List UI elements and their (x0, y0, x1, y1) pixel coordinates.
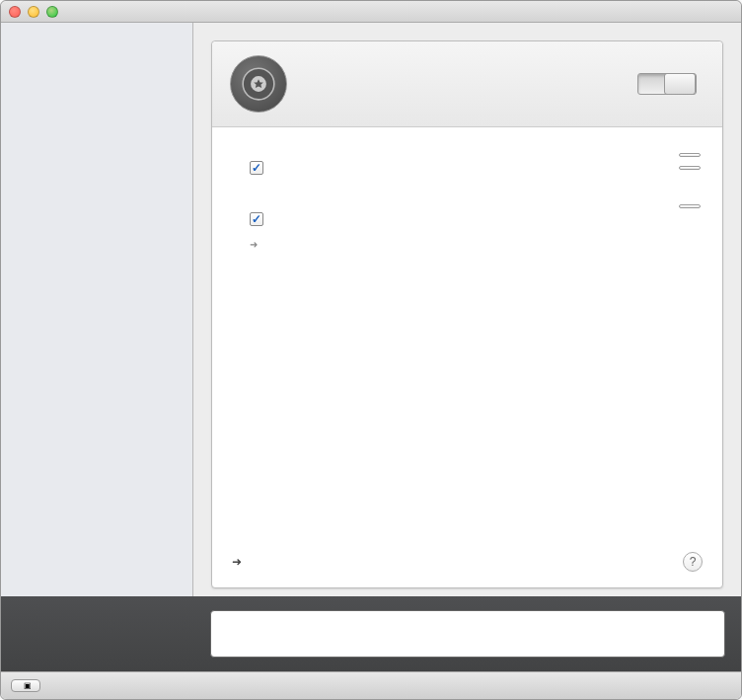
window-body: ➜ ➜ ? (1, 23, 741, 596)
panel-header (212, 41, 722, 127)
sign-edit-button[interactable] (679, 166, 701, 170)
profiles-hint: ➜ (250, 236, 701, 253)
traffic-lights (9, 6, 58, 18)
next-steps-toggle[interactable]: ▣ (11, 679, 40, 692)
arrow-icon: ➜ (232, 555, 242, 569)
server-window: ➜ ➜ ? ▣ (0, 0, 742, 700)
statusbar: ▣ (1, 671, 741, 699)
minimize-button[interactable] (28, 6, 39, 18)
sidebar (1, 23, 193, 596)
svg-point-0 (243, 68, 274, 100)
next-steps-panel (210, 610, 725, 658)
profile-edit-button[interactable] (679, 204, 701, 208)
zoom-button[interactable] (46, 6, 58, 18)
accounts-heading (1, 27, 192, 35)
sign-profiles-row (250, 161, 701, 175)
next-step-buttons (17, 610, 192, 658)
next-steps-area (1, 596, 741, 671)
content-panel: ➜ ➜ ? (211, 40, 723, 588)
configure-button[interactable] (679, 153, 701, 157)
panel-footer: ➜ ? (212, 542, 722, 587)
open-profile-manager-link[interactable]: ➜ (232, 555, 242, 569)
close-button[interactable] (9, 6, 21, 18)
arrow-icon[interactable]: ➜ (250, 239, 258, 250)
help-button[interactable]: ? (683, 552, 703, 572)
main-area: ➜ ➜ ? (193, 23, 741, 596)
device-management-row (250, 153, 701, 157)
service-toggle[interactable] (637, 73, 697, 95)
sign-profiles-checkbox[interactable] (250, 161, 263, 175)
include-services-row (250, 212, 701, 226)
collapse-icon: ▣ (24, 681, 32, 690)
service-toggle-wrap (630, 73, 705, 95)
titlebar (1, 1, 741, 23)
profile-name-row (250, 204, 701, 208)
panel-body: ➜ (212, 127, 722, 542)
include-services-checkbox[interactable] (250, 212, 263, 226)
services-heading (1, 35, 192, 42)
profile-manager-icon (230, 55, 287, 113)
